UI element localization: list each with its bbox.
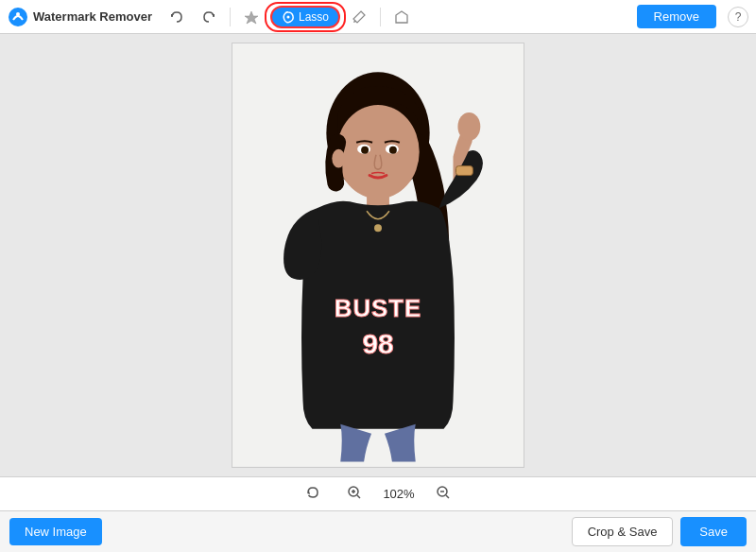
main-toolbar: Watermark Remover Lasso: [0, 0, 756, 34]
pin-icon: [244, 9, 259, 25]
save-button[interactable]: Save: [680, 517, 747, 546]
app-logo-icon: [8, 7, 28, 27]
footer-bar: New Image Crop & Save Save: [0, 510, 756, 552]
svg-line-27: [357, 495, 360, 498]
crop-save-button[interactable]: Crop & Save: [572, 517, 674, 546]
svg-point-14: [361, 147, 369, 154]
app-logo: Watermark Remover: [8, 7, 152, 27]
svg-point-4: [286, 15, 289, 18]
reset-zoom-button[interactable]: [300, 483, 326, 506]
svg-point-10: [336, 105, 419, 198]
lasso-icon: [282, 10, 295, 24]
zoom-out-button[interactable]: [430, 483, 456, 506]
eraser-tool-button[interactable]: [388, 7, 415, 27]
svg-text:98: 98: [362, 328, 393, 359]
toolbar-divider-1: [230, 8, 231, 26]
zoom-out-icon: [436, 485, 451, 500]
zoom-toolbar: 102%: [0, 476, 756, 510]
main-canvas-area: BUSTE 98 BUSTE 98: [0, 34, 756, 476]
footer-actions: Crop & Save Save: [572, 517, 747, 546]
remove-button[interactable]: Remove: [637, 5, 716, 28]
svg-point-1: [16, 12, 20, 16]
svg-text:BUSTE: BUSTE: [335, 295, 422, 321]
zoom-in-icon: [347, 485, 362, 500]
svg-line-30: [446, 495, 449, 498]
svg-marker-5: [396, 11, 407, 23]
redo-button[interactable]: [196, 7, 222, 27]
svg-rect-21: [455, 166, 472, 176]
lasso-tool-button[interactable]: Lasso: [270, 6, 340, 28]
svg-point-20: [374, 224, 382, 232]
svg-point-15: [389, 147, 397, 154]
reset-icon: [305, 485, 320, 500]
toolbar-divider-2: [380, 8, 381, 26]
lasso-label: Lasso: [299, 10, 329, 24]
brush-icon: [352, 9, 367, 25]
undo-icon: [169, 9, 184, 25]
svg-point-22: [457, 112, 480, 141]
undo-button[interactable]: [163, 7, 190, 27]
redo-icon: [201, 9, 216, 25]
brush-tool-button[interactable]: [346, 7, 372, 27]
pin-tool-button[interactable]: [238, 7, 265, 27]
photo-background: BUSTE 98 BUSTE 98: [232, 43, 524, 467]
person-illustration: BUSTE 98 BUSTE 98: [232, 43, 524, 467]
zoom-in-button[interactable]: [341, 483, 368, 506]
main-image-container[interactable]: BUSTE 98 BUSTE 98: [232, 43, 524, 468]
svg-point-11: [332, 149, 345, 168]
lasso-tool-wrapper: Lasso: [270, 6, 340, 28]
eraser-icon: [394, 9, 409, 25]
app-title: Watermark Remover: [33, 9, 152, 24]
zoom-level-display: 102%: [383, 487, 414, 501]
new-image-button[interactable]: New Image: [9, 518, 102, 545]
help-button[interactable]: ?: [728, 7, 748, 27]
